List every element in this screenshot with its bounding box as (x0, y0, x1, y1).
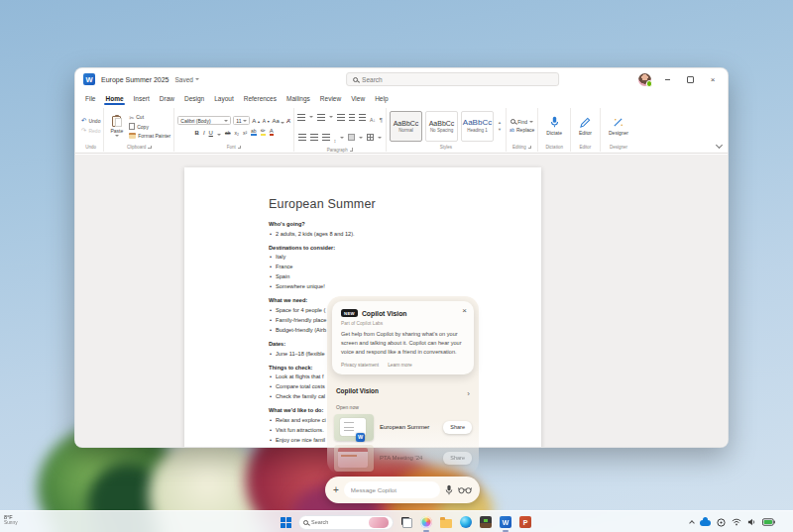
collapse-ribbon-icon[interactable] (716, 142, 723, 149)
align-left-button[interactable] (298, 134, 306, 141)
vision-item-european-summer[interactable]: W European Summer Share (327, 410, 479, 441)
bullets-button[interactable] (297, 114, 305, 121)
highlight-color-button[interactable]: ✏ (261, 128, 266, 137)
borders-button[interactable] (367, 134, 374, 141)
desktop: Europe Summer 2025 Saved File Home Inser… (0, 0, 793, 532)
clear-formatting-button[interactable]: A (286, 118, 290, 124)
tab-draw[interactable]: Draw (160, 95, 174, 102)
copy-button[interactable]: Copy (129, 123, 170, 130)
copilot-vision-section-header[interactable]: Copilot Vision (327, 382, 479, 400)
share-button[interactable]: Share (443, 421, 472, 434)
shading-button[interactable] (348, 134, 355, 141)
tab-mailings[interactable]: Mailings (286, 95, 310, 102)
dictate-button[interactable]: Dictate (541, 116, 567, 136)
redo-icon (81, 127, 86, 135)
save-status-dropdown[interactable]: Saved (174, 76, 198, 83)
user-avatar[interactable] (638, 73, 651, 86)
align-right-button[interactable] (322, 134, 330, 141)
taskbar-search-box[interactable] (298, 515, 394, 530)
taskbar-copilot-button[interactable] (419, 514, 433, 530)
maximize-button[interactable] (683, 73, 697, 85)
bold-button[interactable]: B (195, 130, 199, 136)
learn-more-link[interactable]: Learn more (388, 363, 412, 368)
tab-review[interactable]: Review (320, 95, 341, 102)
show-marks-button[interactable] (380, 108, 383, 126)
chevron-down-icon (217, 134, 221, 136)
font-size-select[interactable]: 11 (233, 116, 250, 125)
group-label: Clipboard (127, 145, 146, 150)
tab-insert[interactable]: Insert (134, 95, 150, 102)
change-case-button[interactable]: Aa (273, 118, 284, 124)
strikethrough-button[interactable]: ab (225, 130, 231, 136)
ribbon-group-styles: AaBbCc Normal AaBbCc No Spacing AaBbCc H… (387, 108, 507, 152)
shrink-font-button[interactable]: A▼ (263, 118, 271, 124)
close-icon[interactable] (462, 307, 467, 315)
taskbar-game-button[interactable] (479, 514, 493, 530)
copilot-message-input[interactable] (344, 481, 440, 498)
paste-button[interactable]: Paste (107, 116, 126, 137)
replace-button[interactable]: abReplace (510, 127, 534, 133)
editor-button[interactable]: Editor (574, 117, 597, 136)
dialog-launcher-icon[interactable] (350, 148, 354, 152)
show-hidden-icons-chevron[interactable] (689, 520, 695, 526)
taskbar-search-input[interactable] (311, 519, 366, 525)
undo-button[interactable]: Undo (81, 117, 100, 125)
tab-references[interactable]: References (244, 95, 277, 102)
taskbar-edge-button[interactable] (459, 514, 473, 530)
dialog-launcher-icon[interactable] (528, 146, 532, 150)
style-normal[interactable]: AaBbCc Normal (390, 111, 422, 142)
style-no-spacing[interactable]: AaBbCc No Spacing (425, 111, 458, 142)
task-view-button[interactable] (399, 514, 413, 530)
font-color-button[interactable]: A (270, 128, 274, 137)
multilevel-list-button[interactable] (337, 114, 345, 121)
underline-button[interactable]: U (209, 130, 213, 136)
align-center-button[interactable] (310, 134, 318, 141)
taskbar-powerpoint-button[interactable] (518, 514, 532, 530)
copilot-vision-glasses-icon[interactable] (458, 485, 472, 494)
start-button[interactable] (279, 514, 292, 530)
tab-file[interactable]: File (85, 95, 95, 102)
plus-icon[interactable] (333, 485, 339, 495)
decrease-indent-button[interactable] (349, 114, 356, 121)
battery-icon[interactable] (762, 518, 775, 526)
tab-layout[interactable]: Layout (214, 95, 234, 102)
line-spacing-button[interactable] (334, 129, 337, 147)
format-painter-button[interactable]: Format Painter (129, 133, 170, 139)
taskbar-file-explorer-button[interactable] (439, 514, 453, 530)
find-button[interactable]: Find (510, 119, 533, 125)
redo-button[interactable]: Redo (81, 127, 100, 135)
cut-button[interactable]: Cut (129, 114, 170, 121)
mic-icon[interactable] (445, 484, 453, 495)
tab-view[interactable]: View (351, 95, 365, 102)
tab-help[interactable]: Help (375, 95, 388, 102)
word-search-input[interactable] (362, 76, 552, 83)
dialog-launcher-icon[interactable] (238, 146, 242, 150)
word-search-box[interactable] (346, 72, 559, 86)
weather-widget[interactable]: 8°F Sunny (4, 514, 18, 527)
subscript-button[interactable]: x₂ (234, 130, 238, 136)
taskbar-word-button[interactable] (499, 514, 512, 530)
close-button[interactable] (706, 73, 720, 85)
numbering-button[interactable] (317, 114, 325, 121)
style-heading-1[interactable]: AaBbCc Heading 1 (461, 111, 494, 142)
increase-indent-button[interactable] (359, 114, 366, 121)
superscript-button[interactable]: x² (243, 130, 247, 136)
share-button[interactable]: Share (443, 452, 472, 465)
wifi-icon[interactable] (732, 518, 741, 526)
tab-home[interactable]: Home (105, 95, 123, 102)
designer-button[interactable]: Designer (604, 117, 633, 136)
tab-design[interactable]: Design (184, 95, 204, 102)
minimize-button[interactable] (660, 73, 674, 85)
text-highlight-button[interactable]: ab (251, 129, 257, 137)
sort-button[interactable] (370, 108, 376, 126)
privacy-statement-link[interactable]: Privacy statement (341, 363, 379, 368)
onedrive-icon[interactable] (700, 520, 711, 526)
dialog-launcher-icon[interactable] (148, 146, 152, 150)
italic-button[interactable]: I (203, 130, 205, 136)
grow-font-button[interactable]: A▲ (252, 118, 260, 124)
styles-gallery-scroll[interactable]: ▲▼ (497, 120, 503, 132)
font-family-select[interactable]: Calibri (Body) (177, 116, 231, 125)
volume-icon[interactable] (747, 518, 756, 526)
tray-status-icon[interactable] (717, 518, 726, 527)
vision-item-pta-meeting[interactable]: PTA Meeting '24 Share (327, 441, 479, 472)
